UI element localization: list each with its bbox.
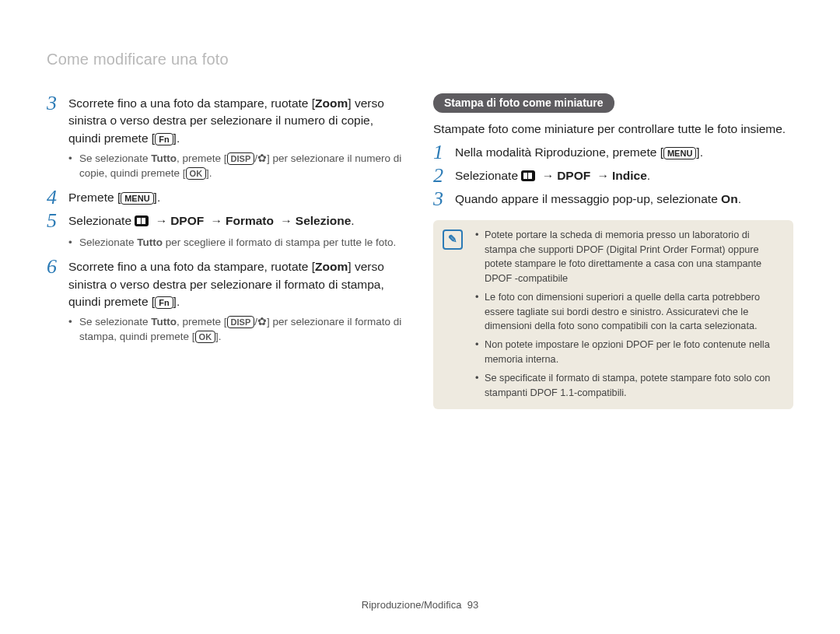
zoom-label: Zoom xyxy=(315,260,348,273)
step-5-sublist: Selezionate Tutto per scegliere il forma… xyxy=(68,236,407,250)
step-number: 5 xyxy=(47,211,65,231)
step-body: Scorrete fino a una foto da stampare, ru… xyxy=(68,258,407,310)
text: Scorrete fino a una foto da stampare, ru… xyxy=(68,260,315,273)
page-number: 93 xyxy=(467,599,478,611)
step-number: 6 xyxy=(47,257,65,310)
path-segment: Formato xyxy=(226,214,274,227)
step-5: 5 Selezionate →DPOF →Formato →Selezione. xyxy=(47,212,407,231)
text: Selezionate xyxy=(455,169,521,182)
step-number: 3 xyxy=(47,93,65,147)
dot: . xyxy=(351,214,354,227)
step-1: 1 Nella modalità Riproduzione, premete [… xyxy=(433,144,793,163)
intro-text: Stampate foto come miniature per control… xyxy=(433,121,793,138)
footer: Riproduzione/Modifica 93 xyxy=(0,599,840,611)
dot: . xyxy=(738,192,741,205)
path-segment: DPOF xyxy=(557,169,590,182)
text: ]. xyxy=(173,131,180,145)
text: Premete [ xyxy=(68,191,121,204)
step-3-sublist: Se selezionate Tutto, premete [DISP/✿] p… xyxy=(68,152,407,181)
text: Se selezionate xyxy=(79,316,151,328)
section-pill: Stampa di foto come miniature xyxy=(433,93,614,113)
text: ]. xyxy=(206,167,212,179)
note-item: Se specificate il formato di stampa, pot… xyxy=(475,371,779,400)
text: , premete [ xyxy=(177,316,227,328)
text: Scorrete fino a una foto da stampare, ru… xyxy=(68,96,315,110)
step-body: Selezionate →DPOF →Indice. xyxy=(455,167,793,186)
text: Nella modalità Riproduzione, premete [ xyxy=(455,145,663,159)
text: ]. xyxy=(215,331,222,342)
arrow-icon: → xyxy=(277,214,296,227)
footer-section: Riproduzione/Modifica xyxy=(362,599,462,611)
path-segment: Selezione xyxy=(296,214,352,227)
flower-icon: ✿ xyxy=(257,152,267,164)
arrow-icon: → xyxy=(152,214,171,227)
step-number: 1 xyxy=(433,142,452,163)
note-icon: ✎ xyxy=(443,229,463,250)
step-body: Nella modalità Riproduzione, premete [ME… xyxy=(455,144,793,163)
path-segment: Indice xyxy=(612,169,647,182)
arrow-icon: → xyxy=(208,214,226,227)
text: ]. xyxy=(696,145,703,159)
note-item: Potete portare la scheda di memoria pres… xyxy=(475,228,779,285)
step-body: Premete [MENU]. xyxy=(68,189,407,208)
right-column: Stampa di foto come miniature Stampate f… xyxy=(433,93,793,409)
note-item: Non potete impostare le opzioni DPOF per… xyxy=(475,338,779,366)
dot: . xyxy=(647,169,650,182)
fn-button-icon: Fn xyxy=(155,133,173,145)
menu-button-icon: MENU xyxy=(663,147,696,159)
sublist-item: Selezionate Tutto per scegliere il forma… xyxy=(68,236,407,250)
text: ]. xyxy=(173,295,180,308)
ok-button-icon: OK xyxy=(195,331,216,343)
text-bold: Tutto xyxy=(151,316,177,328)
flower-icon: ✿ xyxy=(257,316,267,328)
text: Selezionate xyxy=(79,236,137,248)
text: ]. xyxy=(154,191,161,204)
text-bold: On xyxy=(721,192,738,205)
text-bold: Tutto xyxy=(137,236,163,248)
step-number: 3 xyxy=(433,189,452,209)
text: Quando appare il messaggio pop-up, selez… xyxy=(455,192,721,205)
text: , premete [ xyxy=(177,152,227,164)
settings-icon xyxy=(521,170,535,181)
note-item: Le foto con dimensioni superiori a quell… xyxy=(475,290,779,333)
menu-button-icon: MENU xyxy=(121,192,153,205)
settings-icon xyxy=(135,215,149,226)
step-3: 3 Scorrete fino a una foto da stampare, … xyxy=(47,95,407,147)
disp-button-icon: DISP xyxy=(227,152,255,165)
text: Se selezionate xyxy=(79,152,151,164)
ok-button-icon: OK xyxy=(186,167,207,180)
disp-button-icon: DISP xyxy=(227,316,255,328)
page-title: Come modificare una foto xyxy=(47,51,793,68)
step-3r: 3 Quando appare il messaggio pop-up, sel… xyxy=(433,191,793,209)
note-list: Potete portare la scheda di memoria pres… xyxy=(441,228,784,399)
text-bold: Tutto xyxy=(151,152,177,164)
fn-button-icon: Fn xyxy=(155,296,173,309)
path-segment: DPOF xyxy=(170,214,204,227)
arrow-icon: → xyxy=(539,169,558,182)
columns: 3 Scorrete fino a una foto da stampare, … xyxy=(47,93,793,409)
step-number: 2 xyxy=(433,166,452,186)
step-6: 6 Scorrete fino a una foto da stampare, … xyxy=(47,258,407,310)
text: Selezionate xyxy=(68,214,135,227)
step-body: Selezionate →DPOF →Formato →Selezione. xyxy=(68,212,407,231)
step-6-sublist: Se selezionate Tutto, premete [DISP/✿] p… xyxy=(68,315,407,345)
text: per scegliere il formato di stampa per t… xyxy=(163,236,396,248)
zoom-label: Zoom xyxy=(315,96,348,110)
step-2: 2 Selezionate →DPOF →Indice. xyxy=(433,167,793,186)
step-body: Quando appare il messaggio pop-up, selez… xyxy=(455,191,793,209)
arrow-icon: → xyxy=(594,169,613,182)
step-body: Scorrete fino a una foto da stampare, ru… xyxy=(68,95,407,147)
left-column: 3 Scorrete fino a una foto da stampare, … xyxy=(47,93,407,409)
step-number: 4 xyxy=(47,187,65,208)
sublist-item: Se selezionate Tutto, premete [DISP/✿] p… xyxy=(68,152,407,181)
note-box: ✎ Potete portare la scheda di memoria pr… xyxy=(433,220,793,408)
sublist-item: Se selezionate Tutto, premete [DISP/✿] p… xyxy=(68,315,407,345)
step-4: 4 Premete [MENU]. xyxy=(47,189,407,208)
